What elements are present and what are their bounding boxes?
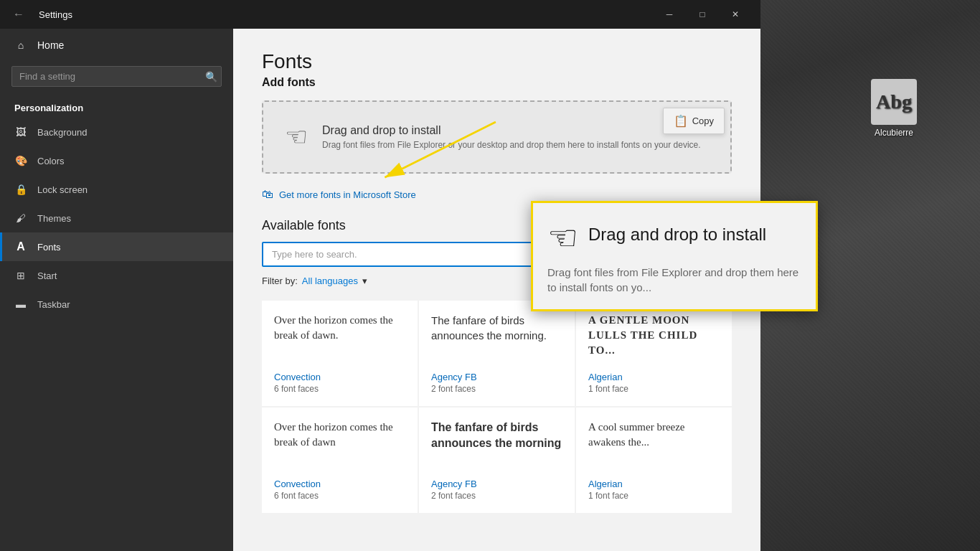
font-preview-agency-fb: The fanfare of birds announces the morni… (431, 313, 562, 363)
sidebar-item-colors[interactable]: 🎨 Colors (0, 146, 233, 175)
drag-cursor-icon: ☜ (285, 122, 308, 152)
drag-drop-text: Drag and drop to install Drag font files… (322, 124, 701, 150)
font-card-convection-2[interactable]: Over the horizon comes the break of dawn… (262, 408, 418, 513)
sidebar-section-label: Personalization (0, 97, 233, 118)
taskbar-icon: ▬ (14, 298, 27, 311)
minimize-button[interactable]: ─ (653, 0, 686, 29)
search-box: 🔍 (11, 66, 222, 87)
sidebar-item-start[interactable]: ⊞ Start (0, 261, 233, 290)
themes-icon: 🖌 (14, 212, 27, 225)
zoom-tooltip-subtitle: Drag font files from File Explorer and d… (547, 265, 801, 295)
start-icon: ⊞ (14, 269, 27, 282)
filter-chevron-icon[interactable]: ▾ (362, 276, 367, 286)
sidebar-item-lock-screen[interactable]: 🔒 Lock screen (0, 175, 233, 204)
desktop-icon-alcubierre[interactable]: Abg Alcubierre (865, 79, 923, 138)
copy-button[interactable]: 📋 Copy (663, 108, 725, 134)
font-preview-algerian: A GENTLE MOON LULLS THE CHILD TO... (588, 313, 720, 363)
store-link[interactable]: 🛍 Get more fonts in Microsoft Store (262, 188, 732, 201)
font-faces-algerian: 1 font face (588, 384, 720, 394)
font-preview-agency-fb-2: The fanfare of birds announces the morni… (431, 420, 562, 470)
fonts-grid: Over the horizon comes the break of dawn… (262, 301, 732, 513)
titlebar: ← Settings ─ □ ✕ (0, 0, 760, 29)
font-name-agency-fb: Agency FB (431, 372, 562, 382)
maximize-button[interactable]: □ (686, 0, 719, 29)
font-faces-convection: 6 font faces (274, 384, 405, 394)
font-faces-agency-fb-2: 2 font faces (431, 491, 562, 501)
close-button[interactable]: ✕ (719, 0, 752, 29)
font-name-algerian-2: Algerian (588, 479, 720, 489)
font-card-algerian[interactable]: A GENTLE MOON LULLS THE CHILD TO... Alge… (576, 301, 732, 406)
add-fonts-label: Add fonts (262, 76, 732, 89)
filter-label: Filter by: (262, 276, 298, 286)
font-preview-algerian-2: A cool summer breeze awakens the... (588, 420, 720, 470)
sidebar-item-background[interactable]: 🖼 Background (0, 118, 233, 146)
home-icon: ⌂ (14, 39, 27, 52)
background-icon: 🖼 (14, 126, 27, 138)
font-name-agency-fb-2: Agency FB (431, 479, 562, 489)
window-controls: ─ □ ✕ (653, 0, 752, 29)
store-icon: 🛍 (262, 188, 273, 201)
copy-icon: 📋 (674, 114, 688, 128)
sidebar-item-themes[interactable]: 🖌 Themes (0, 204, 233, 232)
font-name-convection-2: Convection (274, 479, 405, 489)
zoom-tooltip-title: Drag and drop to install (588, 225, 766, 245)
titlebar-left: ← Settings (9, 4, 72, 24)
search-icon[interactable]: 🔍 (205, 71, 217, 83)
fonts-icon: A (14, 240, 27, 253)
sidebar-item-taskbar[interactable]: ▬ Taskbar (0, 290, 233, 319)
page-title: Fonts (262, 50, 732, 73)
filter-value[interactable]: All languages (302, 276, 358, 286)
font-name-convection: Convection (274, 372, 405, 382)
font-faces-agency-fb: 2 font faces (431, 384, 562, 394)
font-preview-convection: Over the horizon comes the break of dawn… (274, 313, 405, 363)
desktop-icon-preview: Abg (871, 79, 917, 125)
font-name-algerian: Algerian (588, 372, 720, 382)
font-card-convection[interactable]: Over the horizon comes the break of dawn… (262, 301, 418, 406)
colors-icon: 🎨 (14, 154, 27, 167)
font-card-agency-fb[interactable]: The fanfare of birds announces the morni… (419, 301, 575, 406)
sidebar-item-home[interactable]: ⌂ Home (0, 29, 233, 62)
font-faces-algerian-2: 1 font face (588, 491, 720, 501)
back-button[interactable]: ← (9, 4, 29, 24)
sidebar-item-fonts[interactable]: A Fonts (0, 232, 233, 261)
zoom-tooltip: ☜ Drag and drop to install Drag font fil… (531, 201, 818, 311)
window-title: Settings (39, 9, 72, 20)
search-input[interactable] (11, 66, 222, 87)
font-preview-convection-2: Over the horizon comes the break of dawn (274, 420, 405, 470)
drag-drop-zone[interactable]: ☜ Drag and drop to install Drag font fil… (262, 100, 732, 174)
sidebar: ⌂ Home 🔍 Personalization 🖼 Background 🎨 … (0, 29, 233, 551)
font-card-algerian-2[interactable]: A cool summer breeze awakens the... Alge… (576, 408, 732, 513)
lock-screen-icon: 🔒 (14, 183, 27, 196)
zoom-cursor-icon: ☜ (547, 217, 578, 258)
font-card-agency-fb-2[interactable]: The fanfare of birds announces the morni… (419, 408, 575, 513)
font-faces-convection-2: 6 font faces (274, 491, 405, 501)
